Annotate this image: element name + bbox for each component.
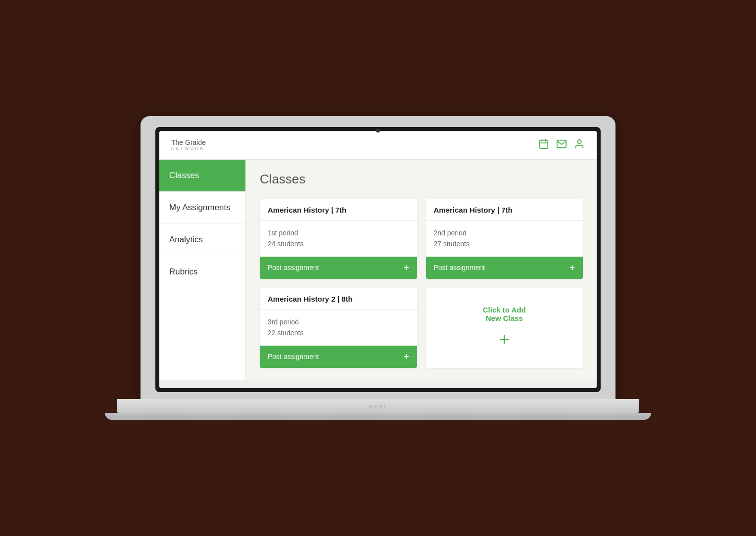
post-assignment-btn-1[interactable]: Post assignment + xyxy=(260,257,417,279)
svg-rect-0 xyxy=(540,140,548,149)
main-content: Classes American History | 7th 1st perio… xyxy=(246,160,597,380)
class-card-1: American History | 7th 1st period 24 stu… xyxy=(260,199,417,279)
sidebar: Classes My Assignments Analytics Rubrics xyxy=(159,160,246,380)
header-icons xyxy=(538,138,585,152)
plus-icon-1: + xyxy=(404,263,409,273)
laptop-screen-outer: The Graide NETWORK xyxy=(141,116,615,399)
class-card-1-period: 1st period 24 students xyxy=(268,227,409,250)
app-body: Classes My Assignments Analytics Rubrics xyxy=(159,160,597,380)
app-logo: The Graide NETWORK xyxy=(171,139,206,151)
user-icon[interactable] xyxy=(574,138,585,152)
laptop-bottom xyxy=(105,413,651,420)
class-card-2-header: American History | 7th xyxy=(426,199,583,221)
page-title: Classes xyxy=(260,172,583,187)
sidebar-item-rubrics[interactable]: Rubrics xyxy=(159,256,245,288)
class-card-1-header: American History | 7th xyxy=(260,199,417,221)
class-card-2-title: American History | 7th xyxy=(434,206,575,214)
class-card-3-period: 3rd period 22 students xyxy=(268,316,409,339)
class-card-2: American History | 7th 2nd period 27 stu… xyxy=(426,199,583,279)
svg-point-4 xyxy=(577,140,581,143)
app-header: The Graide NETWORK xyxy=(159,131,597,160)
class-card-3: American History 2 | 8th 3rd period 22 s… xyxy=(260,288,417,368)
laptop-screen: The Graide NETWORK xyxy=(159,131,597,388)
add-class-text: Click to Add New Class xyxy=(483,306,526,322)
logo-top: The Graide xyxy=(171,139,206,146)
plus-icon-2: + xyxy=(569,263,575,273)
class-card-2-body: 2nd period 27 students xyxy=(426,221,583,257)
plus-icon-3: + xyxy=(404,352,409,362)
post-assignment-btn-3[interactable]: Post assignment + xyxy=(260,346,417,368)
class-card-3-body: 3rd period 22 students xyxy=(260,310,417,346)
classes-grid: American History | 7th 1st period 24 stu… xyxy=(260,199,583,368)
laptop-bezel: The Graide NETWORK xyxy=(155,127,601,392)
laptop-base: acer xyxy=(117,399,639,413)
sidebar-item-classes[interactable]: Classes xyxy=(159,160,245,192)
laptop-camera xyxy=(376,129,380,133)
class-card-3-title: American History 2 | 8th xyxy=(268,295,409,303)
sidebar-item-analytics[interactable]: Analytics xyxy=(159,224,245,256)
laptop-brand: acer xyxy=(369,402,387,410)
class-card-2-period: 2nd period 27 students xyxy=(434,227,575,250)
add-class-plus-icon: + xyxy=(499,329,510,350)
mail-icon[interactable] xyxy=(556,138,567,152)
class-card-1-title: American History | 7th xyxy=(268,206,409,214)
sidebar-item-my-assignments[interactable]: My Assignments xyxy=(159,192,245,224)
class-card-1-body: 1st period 24 students xyxy=(260,221,417,257)
logo-bottom: NETWORK xyxy=(171,146,206,151)
calendar-icon[interactable] xyxy=(538,138,549,152)
add-class-card[interactable]: Click to Add New Class + xyxy=(426,288,583,368)
class-card-3-header: American History 2 | 8th xyxy=(260,288,417,310)
laptop-wrapper: The Graide NETWORK xyxy=(141,116,615,420)
post-assignment-btn-2[interactable]: Post assignment + xyxy=(426,257,583,279)
